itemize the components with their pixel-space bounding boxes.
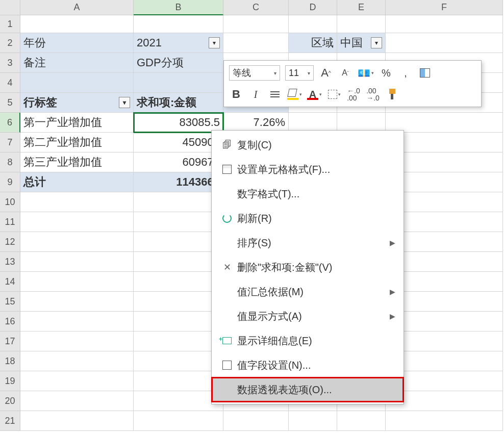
cell-a15[interactable] (20, 292, 134, 312)
cell-d1[interactable] (289, 15, 337, 33)
cell-row1-label[interactable]: 第一产业增加值 (20, 113, 134, 133)
cell-a14[interactable] (20, 272, 134, 292)
cell-b13[interactable] (134, 252, 223, 272)
cell-row3-value[interactable]: 609679 (134, 152, 223, 172)
region-filter-icon[interactable]: ▾ (371, 37, 382, 48)
row-header-8[interactable]: 8 (0, 152, 20, 172)
col-header-b[interactable]: B (134, 0, 223, 15)
cell-a4[interactable] (20, 73, 134, 93)
row-header-4[interactable]: 4 (0, 73, 20, 93)
row-header-11[interactable]: 11 (0, 212, 20, 232)
cell-total-label[interactable]: 总计 (20, 172, 134, 192)
cell-a16[interactable] (20, 312, 134, 331)
menu-format-cells[interactable]: 设置单元格格式(F)... (212, 157, 404, 182)
cell-a19[interactable] (20, 371, 134, 391)
cell-note-label[interactable]: 备注 (20, 53, 134, 73)
cell-d21[interactable] (289, 411, 337, 431)
row-header-5[interactable]: 5 (0, 93, 20, 113)
accounting-format-button[interactable]: 💶▾ (358, 65, 374, 81)
cell-a21[interactable] (20, 411, 134, 431)
menu-show-values-as[interactable]: 值显示方式(A) ▶ (212, 304, 404, 328)
cell-a18[interactable] (20, 351, 134, 371)
cell-b17[interactable] (134, 331, 223, 351)
cell-region-label[interactable]: 区域 (289, 33, 337, 53)
cell-b16[interactable] (134, 312, 223, 331)
menu-number-format[interactable]: 数字格式(T)... (212, 182, 404, 206)
cell-c1[interactable] (223, 15, 289, 33)
cell-b14[interactable] (134, 272, 223, 292)
row-header-10[interactable]: 10 (0, 192, 20, 212)
row-header-21[interactable]: 21 (0, 411, 20, 431)
align-button[interactable] (268, 87, 282, 102)
cell-year-label[interactable]: 年份 (20, 33, 134, 53)
cell-e21[interactable] (337, 411, 386, 431)
cell-f2[interactable] (386, 33, 503, 53)
cell-b19[interactable] (134, 371, 223, 391)
select-all-corner[interactable] (0, 0, 20, 15)
menu-field-settings[interactable]: 值字段设置(N)... (212, 353, 404, 377)
row-header-13[interactable]: 13 (0, 252, 20, 272)
cell-b15[interactable] (134, 292, 223, 312)
cell-a17[interactable] (20, 331, 134, 351)
cell-row-header[interactable]: 行标签 ▾ (20, 93, 134, 113)
row-labels-dropdown-icon[interactable]: ▾ (119, 97, 130, 108)
cell-a12[interactable] (20, 232, 134, 252)
row-header-20[interactable]: 20 (0, 391, 20, 411)
row-header-12[interactable]: 12 (0, 232, 20, 252)
row-header-17[interactable]: 17 (0, 331, 20, 351)
cell-note-value[interactable]: GDP分项 (134, 53, 223, 73)
cell-b10[interactable] (134, 192, 223, 212)
cell-b18[interactable] (134, 351, 223, 371)
borders-button[interactable]: ▾ (327, 87, 341, 102)
row-header-2[interactable]: 2 (0, 33, 20, 53)
comma-format-button[interactable]: , (398, 65, 413, 81)
year-filter-icon[interactable]: ▾ (209, 37, 220, 48)
cell-a13[interactable] (20, 252, 134, 272)
cell-b1[interactable] (134, 15, 223, 33)
cell-b21[interactable] (134, 411, 223, 431)
decrease-font-button[interactable]: Aˇ (338, 65, 352, 81)
row-header-18[interactable]: 18 (0, 351, 20, 371)
cell-c2[interactable] (223, 33, 289, 53)
cell-e1[interactable] (337, 15, 386, 33)
cell-b11[interactable] (134, 212, 223, 232)
menu-pivot-options[interactable]: 数据透视表选项(O)... (212, 377, 404, 402)
cell-row3-label[interactable]: 第三产业增加值 (20, 152, 134, 172)
menu-remove-field[interactable]: ✕ 删除"求和项:金额"(V) (212, 255, 404, 279)
cell-year-value[interactable]: 2021 ▾ (134, 33, 223, 53)
row-header-16[interactable]: 16 (0, 312, 20, 331)
row-header-19[interactable]: 19 (0, 371, 20, 391)
col-header-d[interactable]: D (289, 0, 337, 15)
decrease-decimal-button[interactable]: .00→.0 (366, 87, 380, 102)
font-color-button[interactable]: A▾ (307, 87, 322, 102)
row-header-7[interactable]: 7 (0, 133, 20, 152)
font-size-select[interactable]: 11▾ (285, 65, 314, 81)
cell-row1-value[interactable]: 83085.5 (134, 113, 223, 133)
cell-a20[interactable] (20, 391, 134, 411)
cell-a1[interactable] (20, 15, 134, 33)
italic-button[interactable]: I (248, 87, 263, 102)
row-header-9[interactable]: 9 (0, 172, 20, 192)
cell-b20[interactable] (134, 391, 223, 411)
cell-a11[interactable] (20, 212, 134, 232)
row-header-6[interactable]: 6 (0, 113, 20, 133)
conditional-format-button[interactable] (418, 65, 432, 81)
cell-f21[interactable] (386, 411, 503, 431)
bold-button[interactable]: B (229, 87, 243, 102)
menu-refresh[interactable]: 刷新(R) (212, 206, 404, 231)
menu-show-details[interactable]: 显示详细信息(E) (212, 328, 404, 353)
col-header-f[interactable]: F (386, 0, 503, 15)
cell-b4[interactable] (134, 73, 223, 93)
row-header-15[interactable]: 15 (0, 292, 20, 312)
col-header-e[interactable]: E (337, 0, 386, 15)
increase-font-button[interactable]: A^ (319, 65, 333, 81)
cell-total-value[interactable]: 1143669 (134, 172, 223, 192)
menu-copy[interactable]: 🗐 复制(C) (212, 133, 404, 157)
col-header-a[interactable]: A (20, 0, 134, 15)
menu-sort[interactable]: 排序(S) ▶ (212, 231, 404, 255)
format-painter-button[interactable] (385, 87, 399, 102)
cell-region-value[interactable]: 中国 ▾ (337, 33, 386, 53)
menu-summarize-by[interactable]: 值汇总依据(M) ▶ (212, 279, 404, 304)
col-header-c[interactable]: C (223, 0, 289, 15)
cell-row2-value[interactable]: 450904 (134, 133, 223, 152)
